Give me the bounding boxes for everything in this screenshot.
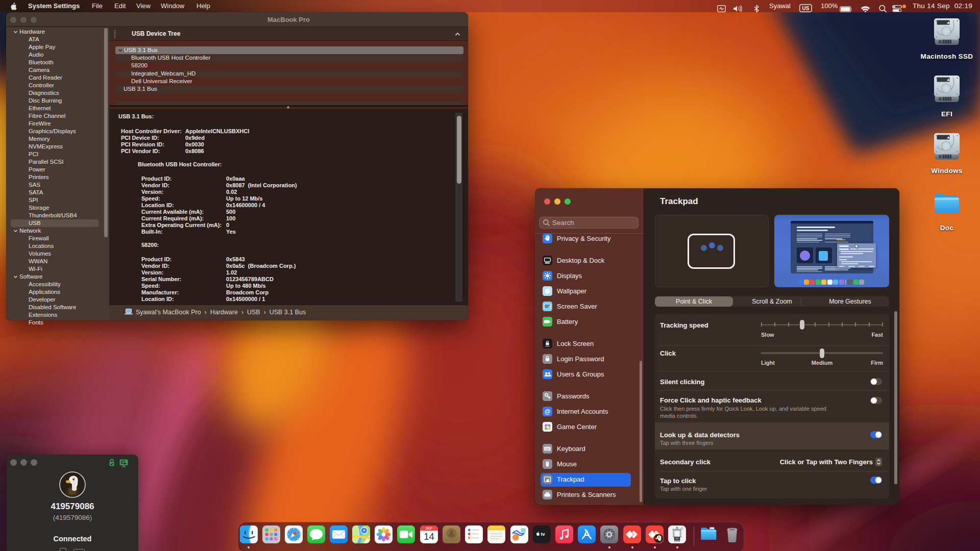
svg-text:SEP: SEP	[426, 526, 432, 530]
svg-text:14: 14	[424, 531, 434, 542]
svg-text:@: @	[545, 408, 551, 415]
svg-text:tv: tv	[541, 531, 545, 536]
svg-text:US: US	[802, 6, 810, 11]
